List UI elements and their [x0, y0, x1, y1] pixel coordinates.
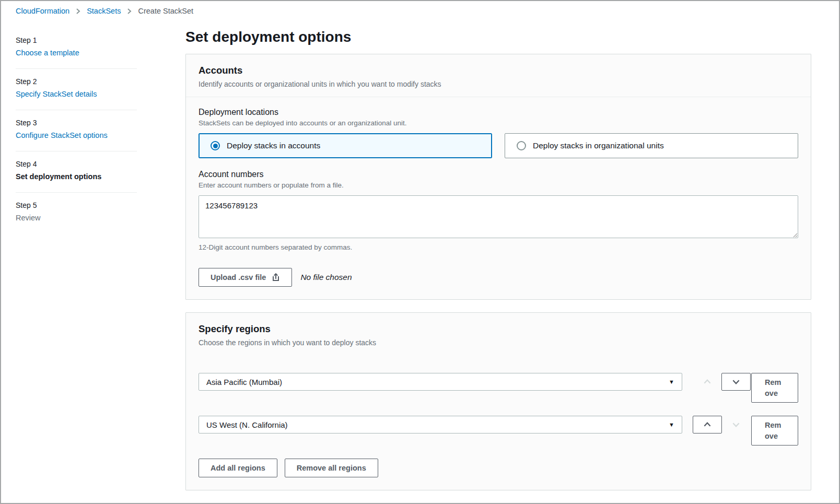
- radio-unselected-icon: [517, 141, 526, 150]
- page-title: Set deployment options: [185, 29, 811, 45]
- account-numbers-label: Account numbers: [199, 170, 798, 179]
- remove-region-button-1[interactable]: Remove: [751, 416, 798, 446]
- radio-tile-deploy-organizational-units[interactable]: Deploy stacks in organizational units: [505, 133, 798, 158]
- region-select-1[interactable]: US West (N. California) ▼: [199, 416, 682, 433]
- step-number: Step 2: [16, 77, 137, 86]
- upload-row: Upload .csv file No file chosen: [199, 268, 798, 287]
- regions-card-header: Specify regions Choose the regions in wh…: [186, 313, 811, 355]
- radio-selected-icon: [211, 141, 220, 150]
- region-actions: Add all regions Remove all regions: [199, 459, 798, 477]
- step-link-stackset-details[interactable]: Specify StackSet details: [16, 90, 137, 98]
- accounts-card: Accounts Identify accounts or organizati…: [185, 54, 811, 300]
- account-numbers-input[interactable]: 123456789123: [199, 195, 798, 238]
- step-3: Step 3 Configure StackSet options: [16, 110, 137, 151]
- region-select-0[interactable]: Asia Pacific (Mumbai) ▼: [199, 373, 682, 391]
- radio-label: Deploy stacks in organizational units: [533, 141, 664, 150]
- accounts-card-subtitle: Identify accounts or organizational unit…: [199, 80, 798, 88]
- regions-card-subtitle: Choose the regions in which you want to …: [199, 338, 798, 347]
- upload-icon: [272, 273, 280, 282]
- wizard-steps: Step 1 Choose a template Step 2 Specify …: [16, 28, 137, 233]
- account-numbers-description: Enter account numbers or populate from a…: [199, 181, 798, 189]
- accounts-card-header: Accounts Identify accounts or organizati…: [186, 54, 811, 97]
- move-up-button-0[interactable]: [693, 373, 722, 391]
- breadcrumb-stacksets[interactable]: StackSets: [87, 7, 121, 15]
- deployment-locations-label: Deployment locations: [199, 108, 798, 117]
- caret-down-icon: ▼: [669, 379, 674, 385]
- step-link-stackset-options[interactable]: Configure StackSet options: [16, 131, 137, 139]
- accounts-card-title: Accounts: [199, 65, 798, 76]
- breadcrumb-cloudformation[interactable]: CloudFormation: [16, 7, 69, 15]
- upload-csv-button[interactable]: Upload .csv file: [199, 268, 292, 287]
- remove-all-regions-button[interactable]: Remove all regions: [285, 459, 378, 477]
- chevron-right-icon: [75, 8, 81, 15]
- step-number: Step 3: [16, 119, 137, 127]
- step-upcoming-review: Review: [16, 214, 137, 222]
- step-4: Step 4 Set deployment options: [16, 151, 137, 193]
- move-button-group: [693, 373, 751, 391]
- regions-card: Specify regions Choose the regions in wh…: [185, 312, 811, 490]
- file-chosen-status: No file chosen: [300, 273, 352, 282]
- caret-down-icon: ▼: [669, 422, 674, 428]
- step-link-choose-template[interactable]: Choose a template: [16, 49, 137, 57]
- remove-region-label: Remove: [765, 420, 785, 442]
- step-number: Step 1: [16, 36, 137, 44]
- deployment-locations-description: StackSets can be deployed into accounts …: [199, 119, 798, 127]
- step-current-deployment-options: Set deployment options: [16, 172, 137, 181]
- regions-card-title: Specify regions: [199, 323, 798, 335]
- radio-tile-deploy-accounts[interactable]: Deploy stacks in accounts: [199, 133, 492, 158]
- move-button-group: [693, 416, 751, 433]
- move-up-button-1[interactable]: [693, 416, 722, 433]
- region-select-1-value: US West (N. California): [206, 420, 288, 429]
- move-down-button-0[interactable]: [721, 373, 751, 391]
- chevron-right-icon: [126, 8, 132, 15]
- step-number: Step 4: [16, 160, 137, 168]
- radio-label: Deploy stacks in accounts: [227, 141, 320, 150]
- remove-region-button-0[interactable]: Remove: [751, 373, 798, 403]
- region-row-1: US West (N. California) ▼ Remove: [199, 416, 798, 446]
- breadcrumb-current: Create StackSet: [138, 7, 193, 15]
- upload-csv-button-label: Upload .csv file: [211, 273, 266, 282]
- step-1: Step 1 Choose a template: [16, 28, 137, 69]
- add-all-regions-button[interactable]: Add all regions: [199, 459, 277, 477]
- step-2: Step 2 Specify StackSet details: [16, 69, 137, 110]
- breadcrumb: CloudFormation StackSets Create StackSet: [0, 0, 840, 19]
- step-5: Step 5 Review: [16, 193, 137, 233]
- move-down-button-1[interactable]: [721, 416, 751, 433]
- account-numbers-hint: 12-Digit account numbers separated by co…: [199, 243, 798, 251]
- region-select-0-value: Asia Pacific (Mumbai): [206, 378, 282, 386]
- remove-region-label: Remove: [765, 377, 785, 399]
- region-row-0: Asia Pacific (Mumbai) ▼ Remove: [199, 373, 798, 403]
- deployment-location-options: Deploy stacks in accounts Deploy stacks …: [199, 133, 798, 158]
- step-number: Step 5: [16, 201, 137, 209]
